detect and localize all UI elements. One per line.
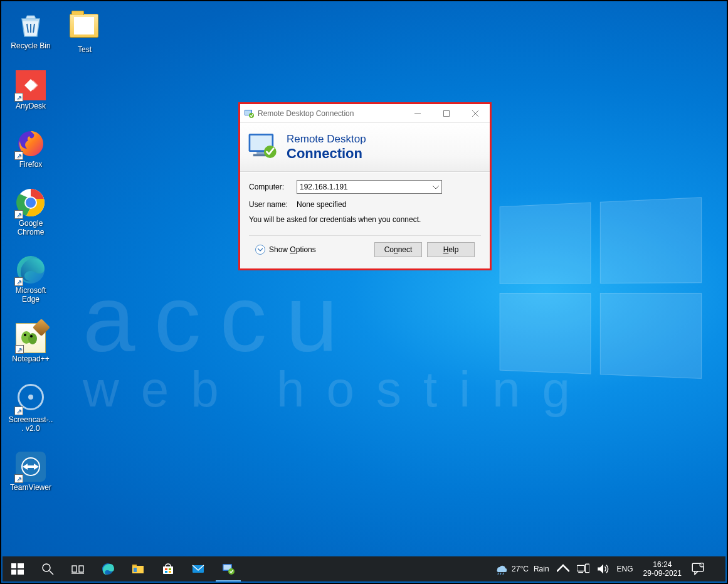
desktop-icon-label: Microsoft Edge — [8, 286, 54, 304]
minimize-button[interactable] — [403, 104, 432, 123]
folder-icon — [70, 14, 100, 44]
svg-rect-50 — [585, 564, 589, 572]
taskbar-app-store[interactable] — [153, 556, 183, 581]
notepadpp-icon: ↗ — [16, 323, 46, 353]
desktop-icon-label: Test — [61, 45, 108, 54]
taskbar-app-rdp[interactable] — [213, 556, 243, 581]
action-center-button[interactable]: 1 — [688, 556, 708, 581]
clock-date: 29-09-2021 — [643, 569, 682, 578]
search-button[interactable] — [33, 556, 63, 581]
taskbar: 27°C Rain ENG 16:24 29-09-2021 1 — [3, 556, 725, 581]
rdp-app-icon — [244, 109, 254, 119]
shortcut-badge-icon: ↗ — [14, 210, 23, 219]
computer-combobox[interactable]: 192.168.1.191 — [297, 180, 442, 194]
svg-rect-27 — [18, 570, 24, 575]
titlebar[interactable]: Remote Desktop Connection — [240, 104, 490, 123]
tray-overflow-button[interactable] — [553, 556, 573, 581]
desktop-icon-edge[interactable]: ↗ Microsoft Edge — [8, 255, 54, 304]
tray-clock[interactable]: 16:24 29-09-2021 — [637, 556, 688, 581]
svg-rect-16 — [444, 110, 450, 116]
svg-point-45 — [228, 568, 235, 575]
weather-widget[interactable]: 27°C Rain — [490, 556, 553, 581]
tray-connected-devices-icon[interactable] — [573, 556, 593, 581]
svg-rect-31 — [79, 566, 83, 572]
shortcut-badge-icon: ↗ — [14, 406, 23, 415]
svg-rect-49 — [577, 565, 584, 571]
dialog-body: Computer: 192.168.1.191 User name: None … — [240, 172, 490, 268]
chrome-icon: ↗ — [16, 188, 46, 218]
desktop-icon-label: Recycle Bin — [8, 41, 54, 50]
weather-temp: 27°C — [512, 565, 529, 573]
edge-icon: ↗ — [16, 255, 46, 285]
username-row: User name: None specified — [249, 200, 481, 209]
svg-rect-37 — [163, 566, 173, 574]
dialog-footer: Show Options Connect Help — [249, 235, 481, 262]
maximize-button[interactable] — [432, 104, 461, 123]
taskbar-app-edge[interactable] — [93, 556, 123, 581]
desktop[interactable]: accu web hosting Recycle Bin Test ↗ AnyD… — [0, 0, 728, 584]
svg-rect-26 — [11, 570, 16, 575]
show-options-toggle[interactable]: Show Options — [255, 245, 316, 255]
svg-point-3 — [26, 198, 36, 208]
tray-language[interactable]: ENG — [613, 556, 637, 581]
svg-rect-39 — [169, 568, 171, 570]
desktop-icon-anydesk[interactable]: ↗ AnyDesk — [8, 70, 54, 110]
svg-point-7 — [24, 334, 26, 336]
window-title: Remote Desktop Connection — [258, 109, 403, 118]
banner-text: Remote Desktop Connection — [287, 133, 366, 162]
watermark-line2: web hosting — [83, 361, 592, 418]
taskbar-app-mail[interactable] — [183, 556, 213, 581]
expand-chevron-icon — [255, 245, 265, 255]
svg-point-8 — [30, 335, 33, 337]
desktop-icon-teamviewer[interactable]: ↗ TeamViewer — [8, 452, 54, 492]
svg-point-6 — [28, 333, 37, 344]
desktop-icon-notepadpp[interactable]: ↗ Notepad++ — [8, 323, 54, 363]
weather-desc: Rain — [534, 565, 549, 573]
clock-time: 16:24 — [653, 560, 672, 569]
svg-rect-38 — [165, 568, 167, 570]
recycle-bin-icon — [16, 10, 46, 40]
firefox-icon: ↗ — [16, 129, 46, 159]
svg-rect-41 — [169, 571, 171, 573]
tray-volume-icon[interactable] — [593, 556, 613, 581]
svg-rect-36 — [134, 568, 137, 572]
desktop-icon-chrome[interactable]: ↗ Google Chrome — [8, 188, 54, 236]
close-button[interactable] — [461, 104, 490, 123]
desktop-icon-label: Screencast-... v2.0 — [8, 415, 54, 433]
desktop-icon-recycle-bin[interactable]: Recycle Bin — [8, 10, 54, 50]
desktop-icon-label: Notepad++ — [8, 354, 54, 363]
windows-logo-wallpaper — [500, 197, 705, 389]
watermark: accu web hosting — [83, 265, 592, 418]
teamviewer-icon: ↗ — [16, 452, 46, 482]
shortcut-badge-icon: ↗ — [14, 277, 23, 286]
start-button[interactable] — [3, 556, 33, 581]
svg-point-28 — [43, 564, 50, 571]
username-label: User name: — [249, 200, 292, 209]
shortcut-badge-icon: ↗ — [14, 93, 23, 102]
help-button[interactable]: Help — [427, 242, 475, 257]
rdp-dialog-highlight: Remote Desktop Connection Remote Desktop… — [238, 102, 492, 270]
show-desktop-button[interactable] — [708, 556, 725, 581]
desktop-icon-firefox[interactable]: ↗ Firefox — [8, 129, 54, 169]
rdp-banner-icon — [246, 131, 280, 163]
rdp-dialog: Remote Desktop Connection Remote Desktop… — [240, 104, 490, 268]
shortcut-badge-icon: ↗ — [14, 474, 23, 483]
system-tray: 27°C Rain ENG 16:24 29-09-2021 1 — [490, 556, 725, 581]
computer-value: 192.168.1.191 — [300, 183, 348, 191]
desktop-icon-screencast[interactable]: ↗ Screencast-... v2.0 — [8, 383, 54, 433]
task-view-button[interactable] — [63, 556, 93, 581]
svg-rect-11 — [27, 465, 34, 468]
desktop-icon-test-folder[interactable]: Test — [61, 10, 108, 54]
taskbar-app-explorer[interactable] — [123, 556, 153, 581]
svg-rect-24 — [11, 563, 16, 568]
connect-button[interactable]: Connect — [374, 242, 422, 257]
computer-label: Computer: — [249, 183, 292, 191]
anydesk-icon: ↗ — [16, 70, 46, 100]
desktop-icon-label: TeamViewer — [8, 483, 54, 492]
screencast-icon: ↗ — [16, 384, 46, 414]
svg-rect-25 — [18, 563, 24, 568]
svg-line-48 — [503, 573, 504, 575]
username-value: None specified — [297, 200, 346, 209]
watermark-line1: accu — [83, 265, 592, 373]
credentials-note: You will be asked for credentials when y… — [249, 215, 481, 224]
